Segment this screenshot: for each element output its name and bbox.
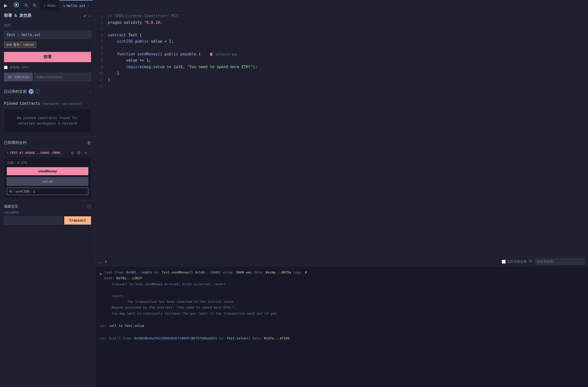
calldata-input[interactable] [4,216,63,225]
divider-4 [0,200,95,201]
svg-point-1 [15,4,17,6]
log-spacer-2 [99,331,584,335]
console-chevron-icon[interactable]: ⌄ [98,259,101,264]
zoom-in-button[interactable] [32,2,38,9]
calldata-label: CALLDATA [0,210,95,215]
chevron-right-header-icon[interactable]: › [88,13,91,18]
code-editor[interactable]: 1 // SPDX-License-Identifier: MIT 2 prag… [95,11,588,257]
check-icon: ✓ [84,13,86,18]
evm-badge: evm 版本: cancun [0,41,95,50]
low-interaction-title: 低级交互 [4,204,18,209]
low-interaction-header: 低级交互 ⓘ [0,202,95,210]
code-line-4: 4 contract Test { [95,32,588,39]
code-line-9: 9 require(msg.value >= 1e18, "You need t… [95,64,588,70]
contract-instance-header[interactable]: ▾ TEST AT 0X5A8...C4D01 (MEM( ⧉ ✕ [4,148,91,158]
recorded-tx-row[interactable]: 已记录的交易 24 i › [0,86,95,96]
call-icon-2: call [99,336,106,341]
ipfs-row: 发布到 IPFS [0,64,95,72]
ipfs-checkbox[interactable] [4,66,8,69]
zoom-out-button[interactable] [23,2,30,9]
deployed-title: 已部署的合约 [4,140,27,145]
play-button[interactable]: ▶ [2,2,10,9]
code-line-12: 12 [95,83,588,89]
console-area: ⌄ 0 监听所有交易 ✕ [vm] from: 0x5B3...e [95,257,588,387]
at-address-button[interactable]: At Address [4,73,33,81]
log-spacer [99,319,584,323]
monitor-checkbox[interactable] [502,260,506,264]
tab-hello-sol[interactable]: ◈ Hello.sol ✕ [59,0,93,11]
value-output-box: 0: uint256: 1 [7,188,88,195]
code-line-6: 6 [95,45,588,51]
svg-line-3 [27,6,28,7]
monitor-checkbox-row: 监听所有交易 [502,259,527,264]
code-line-1: 1 // SPDX-License-Identifier: MIT [95,13,588,20]
pinned-contracts-header: Pinned Contracts (network: vm-cancun) [0,99,95,108]
trash-icon[interactable]: 🗑 [87,140,91,145]
chevron-right-tx-icon: › [89,89,91,93]
recorded-tx-left: 已记录的交易 24 i [4,89,40,94]
contract-pin-button[interactable] [76,150,82,156]
call-icon-1: call [99,324,106,329]
contract-body: 余额: 0 ETH sendMoney value 0: uint256: 1 [4,158,91,198]
calldata-row: Transact [0,215,95,228]
low-interaction-info-icon[interactable]: ⓘ [87,204,91,209]
contract-select[interactable]: Test - Hello.sol [4,31,91,39]
at-address-input[interactable] [34,73,91,81]
left-sidebar: 部署 & 发交易 ✓ › 合约 Test - Hello.sol ⌄ evm 版… [0,11,95,387]
svg-point-9 [529,259,532,262]
main-layout: 部署 & 发交易 ✓ › 合约 Test - Hello.sol ⌄ evm 版… [0,11,588,387]
code-line-11: 11 } [95,77,588,83]
tab-file-label: Hello.sol [67,4,86,8]
pinned-empty-box: No pinned contracts found for selected w… [4,109,91,133]
console-tx-count: 0 [103,260,109,264]
log-entry-1-text: [vm] from: 0x5B3...eddC4 to: Test.sendMo… [105,269,307,316]
tab-bar: ⌂ Home ◈ Hello.sol ✕ [40,0,586,11]
balance-row: 余额: 0 ETH [7,160,88,166]
pinned-empty-message: No pinned contracts found for selected w… [17,116,78,125]
contract-instance: ▾ TEST AT 0X5A8...C4D01 (MEM( ⧉ ✕ 余额: 0 … [4,148,91,198]
svg-line-10 [531,261,533,263]
console-toolbar: ⌄ 0 监听所有交易 [95,257,588,266]
tab-home-label: Home [47,4,56,8]
console-search-button[interactable] [529,259,533,264]
info-icon[interactable]: i [36,89,40,94]
sidebar-title: 部署 & 发交易 [4,13,31,18]
contract-section-label: 合约 [0,21,95,29]
top-toolbar: ▶ ⌂ Home ◈ Hello.sol ✕ [0,0,588,11]
log-entry-2: call call to Test.value [99,323,584,329]
error-icon: ✕ [99,270,102,316]
at-address-row: At Address [0,72,95,84]
contract-copy-button[interactable]: ⧉ [70,150,75,156]
transact-button[interactable]: Transact [64,216,91,225]
code-line-2: 2 pragma solidity ^0.8.18; [95,20,588,26]
log-entry-3: call [call] from: 0x5B38Da6a701c568545dC… [99,335,584,341]
code-line-3: 3 [95,26,588,32]
console-content: ✕ [vm] from: 0x5B3...eddC4 to: Test.send… [95,266,588,387]
tab-home[interactable]: ⌂ Home [40,0,59,11]
sidebar-header: 部署 & 发交易 ✓ › [0,11,95,21]
contract-select-wrapper: Test - Hello.sol ⌄ [0,29,95,41]
pinned-contracts-title: Pinned Contracts [4,101,40,106]
code-line-10: 10 } [95,70,588,77]
code-line-7: 7 function sendMoney() public payable { … [95,51,588,58]
divider-1 [0,85,95,85]
file-icon: ◈ [63,4,65,8]
contract-chevron-icon: ▾ [7,151,9,155]
hash-search-input[interactable] [535,258,585,265]
code-line-5: 5 uint256 public value = 1; [95,38,588,45]
sidebar-header-icons: ✓ › [84,13,91,18]
deploy-button[interactable]: 部署 [4,52,91,62]
contract-close-button[interactable]: ✕ [83,150,88,155]
ipfs-label: 发布到 IPFS [10,65,29,70]
log-entry-1: ✕ [vm] from: 0x5B3...eddC4 to: Test.send… [99,269,584,316]
value-button[interactable]: value [7,177,88,186]
divider-2 [0,98,95,98]
pinned-network: (network: vm-cancun) [43,102,82,106]
editor-area: 1 // SPDX-License-Identifier: MIT 2 prag… [95,11,588,387]
divider-3 [0,137,95,137]
tab-close-icon[interactable]: ✕ [87,4,89,8]
toggle-button[interactable] [12,1,21,10]
contract-instance-name: TEST AT 0X5A8...C4D01 (MEM( [10,151,69,155]
send-money-button[interactable]: sendMoney [7,167,88,175]
svg-line-6 [35,6,37,7]
